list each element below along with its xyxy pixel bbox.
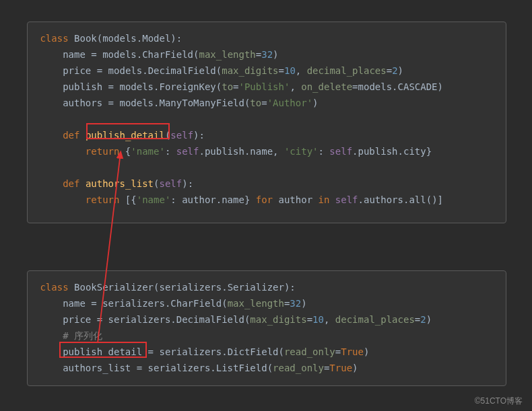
- code-token: [312, 194, 318, 205]
- code-token: class: [40, 282, 68, 293]
- code-token: author: [182, 194, 216, 205]
- code-token: =: [307, 314, 312, 325]
- code-token: publish: [358, 146, 398, 157]
- code-token: publish: [63, 81, 102, 92]
- code-line: publish_detail = serializers.DictField(r…: [34, 344, 499, 360]
- code-token: name: [63, 49, 86, 60]
- code-line: class Book(models.Model):: [34, 30, 499, 46]
- code-token: =: [261, 98, 267, 108]
- code-token: [34, 81, 63, 92]
- code-line: return [{'name': author.name} for author…: [34, 192, 499, 208]
- code-token: serializers: [102, 298, 165, 309]
- code-line: name = serializers.CharField(max_length=…: [34, 295, 499, 311]
- code-token: .: [352, 146, 358, 157]
- code-token: DecimalField: [176, 314, 244, 325]
- code-token: Model: [142, 33, 170, 44]
- code-token: (: [216, 81, 222, 92]
- code-token: .: [222, 346, 227, 357]
- code-line: def publish_detail(self):: [34, 127, 499, 143]
- code-token: [69, 282, 74, 293]
- code-token: .: [358, 194, 364, 205]
- code-token: serializers: [159, 282, 222, 293]
- code-token: ManyToManyField: [159, 98, 244, 108]
- code-token: [69, 33, 74, 44]
- code-token: ):: [182, 178, 193, 189]
- code-token: .: [398, 146, 403, 157]
- code-token: [34, 98, 63, 108]
- code-token: ): [438, 81, 443, 92]
- code-token: BookSerializer: [74, 282, 154, 293]
- code-token: [34, 130, 63, 141]
- code-token: .: [222, 282, 227, 293]
- code-token: ): [273, 49, 278, 60]
- code-token: :: [165, 146, 176, 157]
- code-token: =: [91, 314, 108, 325]
- code-token: publish_detail: [86, 130, 165, 141]
- code-token: (: [267, 363, 273, 373]
- code-token: publish: [205, 146, 244, 157]
- code-line: [34, 159, 499, 176]
- code-token: CharField: [142, 49, 193, 60]
- code-token: {: [119, 146, 131, 157]
- code-token: }: [426, 146, 432, 157]
- code-token: [34, 363, 63, 373]
- code-token: =: [335, 346, 341, 357]
- code-token: [34, 298, 63, 309]
- code-token: to: [222, 81, 233, 92]
- code-token: self: [329, 146, 352, 157]
- code-token: 'Author': [267, 98, 312, 108]
- code-token: price: [63, 65, 91, 76]
- code-token: .: [199, 146, 204, 157]
- code-token: name: [250, 146, 273, 157]
- code-token: models: [358, 81, 393, 92]
- code-token: =: [279, 65, 284, 76]
- code-token: True: [341, 346, 364, 357]
- code-line: return {'name': self.publish.name, 'city…: [34, 143, 499, 159]
- code-token: 2: [392, 65, 397, 76]
- code-token: models: [119, 98, 154, 108]
- code-token: authors: [63, 98, 102, 108]
- code-token: 'name': [137, 194, 171, 205]
- code-token: 32: [290, 298, 301, 309]
- code-token: .: [137, 33, 142, 44]
- code-token: 'Publish': [239, 81, 290, 92]
- code-token: to: [250, 98, 261, 108]
- code-token: self: [335, 194, 358, 205]
- code-line: authors = models.ManyToManyField(to='Aut…: [34, 95, 499, 111]
- code-token: serializers: [148, 363, 211, 373]
- code-token: .: [216, 194, 222, 205]
- code-token: [34, 194, 86, 205]
- code-token: (: [222, 298, 227, 309]
- code-token: [79, 130, 85, 141]
- code-token: .: [142, 65, 147, 76]
- code-token: name: [222, 194, 244, 205]
- code-token: ()]: [426, 194, 443, 205]
- code-token: ,: [273, 146, 284, 157]
- code-token: [34, 65, 63, 76]
- code-token: serializers: [159, 346, 222, 357]
- code-token: ListField: [216, 363, 267, 373]
- code-token: [34, 346, 63, 357]
- code-token: author: [279, 194, 313, 205]
- code-token: Book: [74, 33, 97, 44]
- code-token: models: [102, 33, 137, 44]
- code-token: self: [159, 178, 182, 189]
- code-token: =: [86, 49, 102, 60]
- code-token: }: [244, 194, 256, 205]
- code-panel-serializer: class BookSerializer(serializers.Seriali…: [27, 270, 506, 386]
- code-token: 2: [420, 314, 426, 325]
- code-line: authors_list = serializers.ListField(rea…: [34, 360, 499, 376]
- code-token: return: [86, 194, 120, 205]
- code-token: decimal_places: [335, 314, 415, 325]
- code-token: ): [312, 98, 318, 108]
- code-token: [273, 194, 278, 205]
- code-token: =: [131, 363, 147, 373]
- code-token: :: [170, 194, 182, 205]
- code-token: .: [392, 81, 397, 92]
- code-token: return: [86, 146, 120, 157]
- code-token: (: [278, 346, 284, 357]
- code-token: ,: [296, 65, 307, 76]
- code-token: all: [409, 194, 426, 205]
- code-token: max_digits: [250, 314, 306, 325]
- code-token: price: [63, 314, 91, 325]
